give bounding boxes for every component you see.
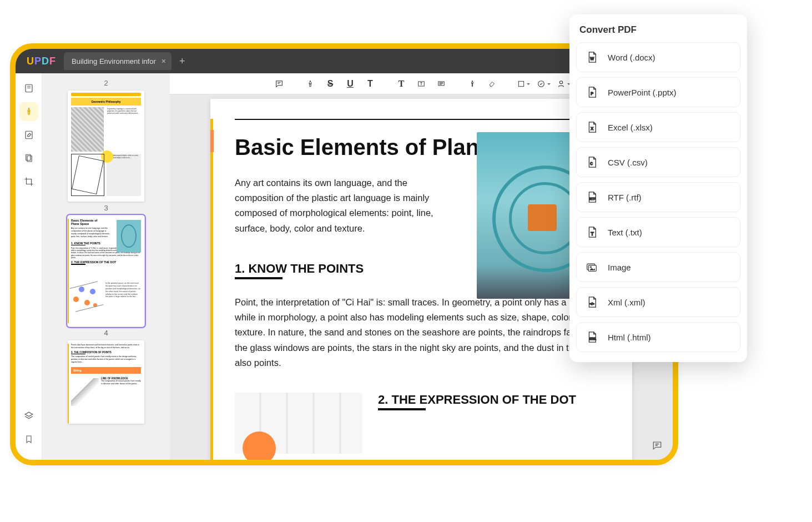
svg-rect-3: [26, 154, 30, 160]
convert-option-xml[interactable]: </> Xml (.xml): [576, 287, 740, 317]
svg-rect-7: [518, 81, 523, 86]
convert-option-image[interactable]: Image: [576, 252, 740, 282]
page-number: 4: [42, 329, 170, 337]
thumbnail-page-3[interactable]: Basic Elements of Plane Space Any art co…: [68, 215, 144, 327]
option-label: Html (.html): [608, 333, 651, 342]
left-sidebar: [16, 73, 42, 460]
image-icon: [584, 260, 599, 274]
squiggly-icon[interactable]: T: [360, 76, 380, 92]
crop-icon[interactable]: [19, 172, 38, 191]
reader-icon[interactable]: [19, 79, 38, 98]
option-label: Text (.txt): [608, 228, 642, 237]
excel-icon: X: [584, 120, 599, 134]
word-icon: W: [584, 50, 599, 64]
intro-paragraph: Any art contains its own language, and t…: [235, 175, 446, 236]
shape-icon[interactable]: [513, 76, 533, 92]
organize-icon[interactable]: [19, 149, 38, 168]
section-paragraph: Point, the interpretation of "Ci Hai" is…: [235, 295, 608, 370]
svg-text:RTF: RTF: [589, 197, 596, 200]
option-label: PowerPoint (.pptx): [608, 88, 676, 97]
page-rule: [235, 119, 608, 120]
option-label: CSV (.csv): [608, 158, 648, 167]
svg-text:</>: </>: [589, 302, 594, 305]
chat-icon[interactable]: [649, 438, 665, 453]
svg-text:W: W: [590, 56, 594, 61]
page-number: 2: [42, 79, 170, 87]
convert-option-excel[interactable]: X Excel (.xlsx): [576, 112, 740, 142]
document-page: Basic Elements of Plane Space Any art co…: [210, 99, 632, 460]
text-icon[interactable]: T: [391, 76, 411, 92]
convert-option-rtf[interactable]: RTF RTF (.rtf): [576, 182, 740, 212]
svg-rect-4: [27, 156, 32, 162]
page-number: 3: [42, 204, 170, 212]
convert-option-text[interactable]: T Text (.txt): [576, 217, 740, 247]
tab-title: Building Environment infor: [72, 57, 156, 66]
section-heading: 2. THE EXPRESSION OF THE DOT: [378, 393, 608, 407]
xml-icon: </>: [584, 295, 599, 309]
app-logo: UPDF: [27, 56, 56, 67]
panel-title: Convert PDF: [576, 23, 740, 42]
svg-rect-17: [588, 265, 596, 272]
thumbnail-page-4[interactable]: Points also have dominant and recessive …: [68, 340, 144, 424]
rtf-icon: RTF: [584, 190, 599, 204]
pencil-icon[interactable]: [462, 76, 482, 92]
bookmark-icon[interactable]: [19, 430, 38, 449]
svg-point-9: [559, 81, 562, 83]
strikethrough-icon[interactable]: S: [320, 76, 340, 92]
svg-text:HTML: HTML: [589, 338, 596, 340]
underline-icon[interactable]: U: [340, 76, 360, 92]
thumbnail-panel: 2 Geometric Philosophy In geometry, topo…: [42, 73, 170, 460]
heading-underline: [235, 277, 283, 279]
convert-option-html[interactable]: HTML Html (.html): [576, 322, 740, 352]
edit-icon[interactable]: [19, 126, 38, 144]
section-image: [235, 393, 362, 454]
convert-option-word[interactable]: W Word (.docx): [576, 42, 740, 72]
svg-rect-0: [26, 84, 32, 92]
option-label: Excel (.xlsx): [608, 123, 653, 132]
option-label: Image: [608, 263, 631, 272]
svg-rect-1: [28, 111, 29, 114]
eraser-icon[interactable]: [482, 76, 502, 92]
note-icon[interactable]: [269, 76, 289, 92]
new-tab-button[interactable]: +: [179, 56, 185, 67]
option-label: RTF (.rtf): [608, 193, 642, 202]
convert-option-powerpoint[interactable]: P PowerPoint (.pptx): [576, 77, 740, 107]
svg-text:T: T: [591, 231, 594, 237]
option-label: Xml (.xml): [608, 298, 645, 307]
option-label: Word (.docx): [608, 53, 655, 62]
svg-text:P: P: [591, 91, 593, 96]
svg-text:X: X: [591, 126, 593, 131]
comment-icon[interactable]: [19, 102, 38, 121]
thumbnail-page-2[interactable]: Geometric Philosophy In geometry, topolo…: [68, 91, 144, 202]
callout-icon[interactable]: [431, 76, 451, 92]
text-icon: T: [584, 225, 599, 239]
highlight-icon[interactable]: [300, 76, 320, 92]
svg-rect-2: [26, 131, 32, 139]
accent-bar: [210, 130, 214, 152]
layers-icon[interactable]: [19, 406, 38, 425]
html-icon: HTML: [584, 330, 599, 344]
svg-text:C: C: [590, 162, 593, 165]
csv-icon: C: [584, 155, 599, 169]
convert-pdf-panel: Convert PDF W Word (.docx) P PowerPoint …: [569, 14, 747, 362]
stamp-icon[interactable]: [533, 76, 553, 92]
powerpoint-icon: P: [584, 85, 599, 99]
heading-underline: [378, 408, 426, 410]
close-icon[interactable]: ×: [162, 57, 166, 66]
convert-option-csv[interactable]: C CSV (.csv): [576, 147, 740, 177]
document-tab[interactable]: Building Environment infor ×: [64, 52, 172, 70]
textbox-icon[interactable]: [411, 76, 431, 92]
